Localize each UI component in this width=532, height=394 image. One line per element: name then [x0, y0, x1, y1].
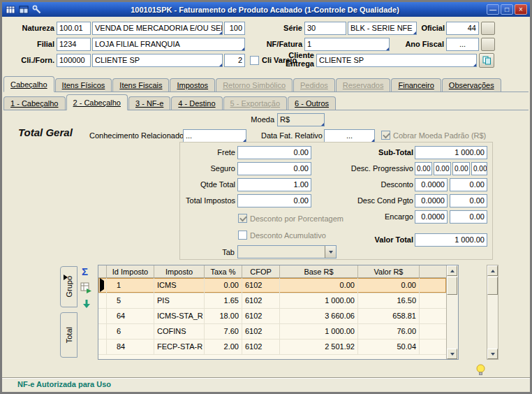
data-fat-field[interactable]: ...	[324, 129, 375, 143]
minimize-button[interactable]: —	[487, 4, 499, 15]
cell-id-imposto: 6	[107, 324, 154, 339]
moeda-field[interactable]: R$	[277, 113, 325, 126]
desc-cond-pgto-pct-field[interactable]: 0.0000	[415, 194, 448, 207]
serie-desc-field[interactable]: BLK - SERIE NFE	[348, 22, 417, 35]
arrow-down-icon[interactable]	[82, 299, 91, 312]
cell-id-imposto: 5	[107, 293, 154, 308]
tab-5-exportacao: 5 - Exportação	[223, 96, 288, 110]
cliente-entrega-copy-button[interactable]	[479, 53, 494, 68]
app-window: 100101SPK - Faturamento de Produto Acaba…	[0, 0, 532, 394]
scrollbar-thumb[interactable]	[447, 277, 457, 295]
cell-cfop: 6102	[242, 278, 280, 293]
serie-code-field[interactable]: 30	[304, 22, 346, 35]
natureza-extra-field[interactable]: 100	[224, 22, 245, 35]
cell-id-imposto: 1	[107, 278, 154, 293]
table-row[interactable]: 64 ICMS-STA_R 18.00 6102 3 660.06 658.81	[98, 309, 446, 324]
cell-cfop: 6102	[242, 340, 280, 354]
tab-itens-fisicos[interactable]: Itens Físicos	[55, 78, 112, 92]
col-base[interactable]: Base R$	[280, 265, 358, 277]
scroll-up-button[interactable]	[447, 265, 457, 276]
tab-observacoes[interactable]: Observações	[442, 78, 501, 92]
cli-varejo-checkbox[interactable]	[250, 56, 259, 65]
sum-icon[interactable]: Σ	[82, 265, 88, 277]
nf-fatura-field[interactable]: 1	[304, 38, 390, 51]
ano-fiscal-label: Ano Fiscal	[388, 38, 444, 51]
scroll-down-button[interactable]	[447, 349, 457, 359]
side-tab-grupo[interactable]: Grupo	[60, 266, 77, 307]
col-imposto[interactable]: Imposto	[154, 265, 205, 277]
tab-financeiro[interactable]: Financeiro	[391, 78, 441, 92]
cli-forn-label: Cli./Forn.	[4, 54, 54, 67]
table-row[interactable]: 6 COFINS 7.60 6102 1 000.00 76.00	[98, 324, 446, 340]
side-tab-total[interactable]: Total	[60, 312, 77, 358]
nf-fatura-label: NF/Fatura	[257, 38, 302, 51]
cli-forn-code-field[interactable]: 100000	[57, 54, 91, 67]
desconto-acumulativo-checkbox[interactable]	[238, 231, 247, 240]
sub-tab-bar: 1 - Cabeçalho 2 - Cabeçalho 3 - NF-e 4 -…	[3, 92, 529, 110]
table-scrollbar[interactable]	[446, 265, 458, 359]
encargo-pct-field[interactable]: 0.0000	[415, 210, 448, 224]
desconto-pct-field[interactable]: 0.0000	[415, 178, 448, 191]
col-taxa[interactable]: Taxa %	[205, 265, 242, 277]
table-row[interactable]: 84 FECP-STA-R 2.00 6102 2 501.92 50.04	[98, 340, 446, 355]
tab-cabecalho[interactable]: Cabeçalho	[3, 76, 54, 92]
cell-id-imposto: 84	[107, 340, 154, 354]
wrench-icon[interactable]	[31, 4, 42, 15]
close-button[interactable]: ×	[515, 4, 527, 15]
oficial-field[interactable]: 44	[446, 22, 479, 35]
cell-base: 1 000.00	[280, 293, 358, 308]
sub-total-field[interactable]: 1 000.00	[415, 146, 487, 159]
desc-progressivo-field-1[interactable]: 0.00	[415, 162, 432, 175]
tab-6-outros[interactable]: 6 - Outros	[288, 96, 336, 110]
qtde-total-field[interactable]: 1.00	[237, 178, 311, 191]
lightbulb-icon[interactable]	[475, 363, 487, 379]
scroll-down-button[interactable]	[487, 349, 498, 359]
tab-3-nfe[interactable]: 3 - NF-e	[128, 96, 170, 110]
maximize-button[interactable]: □	[501, 4, 513, 15]
cell-taxa: 18.00	[205, 309, 242, 323]
valor-total-label: Valor Total	[341, 233, 413, 247]
desc-cond-pgto-value-field[interactable]: 0.00	[450, 194, 487, 207]
tab-itens-fiscais[interactable]: Itens Fiscais	[112, 78, 169, 92]
ano-fiscal-lookup-button[interactable]	[481, 38, 495, 51]
table-row[interactable]: 1 ICMS 0.00 6102 0.00 0.00	[98, 278, 446, 293]
cliente-entrega-field[interactable]: CLIENTE SP	[316, 54, 477, 67]
tab-combobox[interactable]	[237, 245, 337, 258]
frete-field[interactable]: 0.00	[237, 146, 311, 159]
table-icon[interactable]	[18, 4, 29, 15]
filial-desc-field[interactable]: LOJA FILIAL FRANQUIA	[92, 38, 245, 51]
col-id-imposto[interactable]: Id Imposto	[107, 265, 154, 277]
cli-forn-extra-field[interactable]: 2	[224, 54, 245, 67]
valor-total-field[interactable]: 1 000.00	[415, 233, 487, 247]
ano-fiscal-field[interactable]: ...	[446, 38, 479, 51]
col-cfop[interactable]: CFOP	[242, 265, 280, 277]
encargo-value-field[interactable]: 0.00	[450, 210, 487, 224]
tab-4-destino[interactable]: 4 - Destino	[171, 96, 222, 110]
scrollbar-thumb[interactable]	[487, 277, 498, 295]
tab-impostos[interactable]: Impostos	[170, 78, 215, 92]
app-grid-icon	[5, 4, 15, 15]
natureza-desc-field[interactable]: VENDA DE MERCADORIA E/OU SERVI	[92, 22, 223, 35]
scroll-up-button[interactable]	[487, 265, 498, 276]
desc-progressivo-field-4[interactable]: 0.00	[471, 162, 487, 175]
oficial-lookup-button[interactable]	[481, 22, 495, 35]
seguro-field[interactable]: 0.00	[237, 162, 311, 175]
desc-progressivo-field-2[interactable]: 0.00	[434, 162, 451, 175]
desc-progressivo-label: Desc. Progressivo	[341, 162, 413, 175]
total-impostos-field[interactable]: 0.00	[237, 194, 311, 207]
table-export-icon[interactable]	[80, 282, 92, 297]
table-row[interactable]: 5 PIS 1.65 6102 1 000.00 16.50	[98, 293, 446, 309]
tab-reservados: Reservados	[336, 78, 391, 92]
natureza-code-field[interactable]: 100.01	[57, 22, 91, 35]
col-valor[interactable]: Valor R$	[358, 265, 420, 277]
cell-cfop: 6102	[242, 293, 280, 308]
desconto-value-field[interactable]: 0.00	[450, 178, 487, 191]
cli-forn-desc-field[interactable]: CLIENTE SP	[92, 54, 223, 67]
conhecimento-field[interactable]: ...	[183, 129, 246, 143]
tab-2-cabecalho[interactable]: 2 - Cabeçalho	[66, 94, 128, 110]
tab-1-cabecalho[interactable]: 1 - Cabeçalho	[3, 96, 66, 110]
filial-code-field[interactable]: 1234	[57, 38, 91, 51]
panel-scrollbar[interactable]	[487, 265, 498, 360]
desc-progressivo-field-3[interactable]: 0.00	[452, 162, 470, 175]
chevron-down-icon[interactable]	[325, 246, 336, 258]
